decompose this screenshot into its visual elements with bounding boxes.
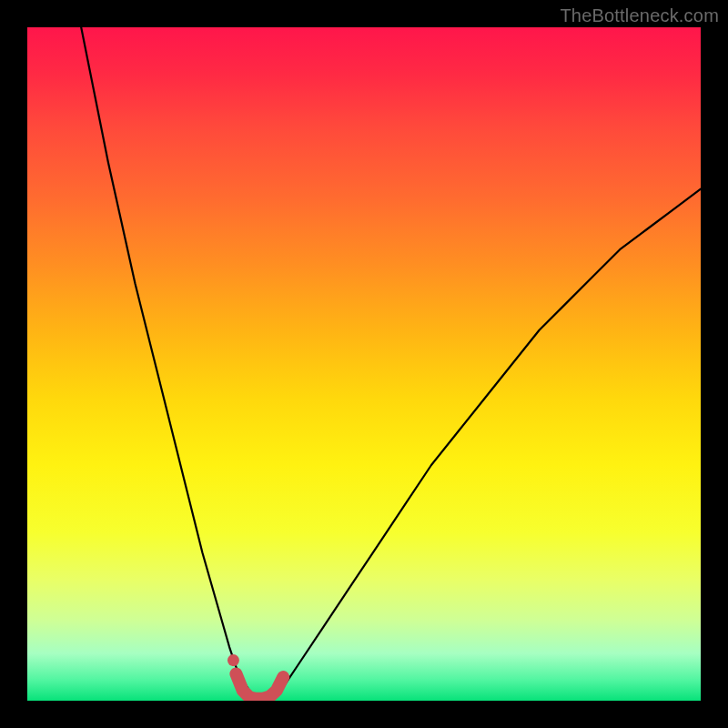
svg-point-0 (228, 654, 239, 666)
plot-area (27, 27, 701, 701)
curve-layer (27, 27, 701, 701)
highlight-segment (228, 654, 283, 699)
chart-frame: TheBottleneck.com (0, 0, 728, 728)
main-curve (81, 27, 701, 701)
watermark-text: TheBottleneck.com (560, 5, 719, 26)
